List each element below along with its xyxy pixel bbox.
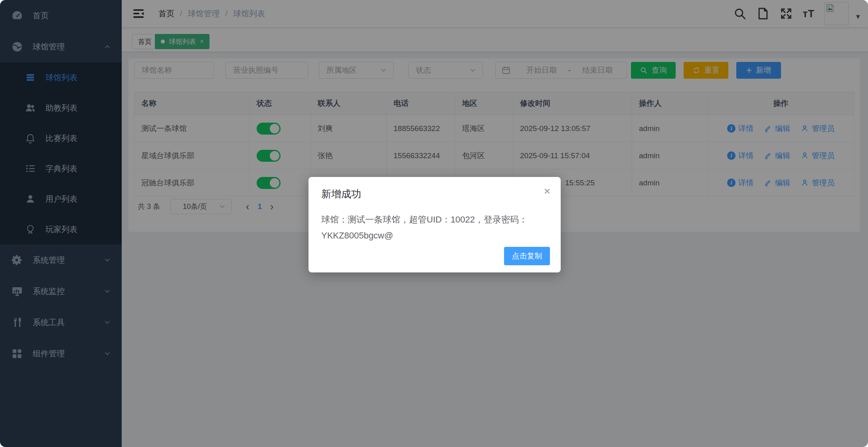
copy-button[interactable]: 点击复制 (504, 247, 550, 265)
dialog-title: 新增成功 (321, 187, 548, 201)
dialog-message: 球馆：测试一条球馆，超管UID：10022，登录密码：YKKZ8005bgcw@ (321, 212, 548, 244)
close-icon[interactable]: × (544, 186, 550, 197)
success-dialog: 新增成功 × 球馆：测试一条球馆，超管UID：10022，登录密码：YKKZ80… (308, 177, 561, 272)
app-window: 首页 球馆管理 球馆列表 助教列表 (0, 0, 868, 447)
